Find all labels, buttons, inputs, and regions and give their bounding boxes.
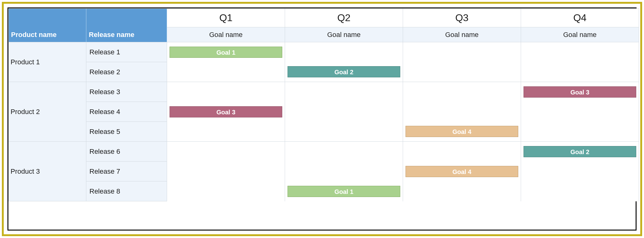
release-cell: Release 6 <box>86 142 167 162</box>
goal-cell-q3 <box>403 142 521 162</box>
inner-frame: Product name Release name Q1 Q2 Q3 Q4 Go… <box>7 7 637 231</box>
product-cell: Product 3 <box>9 142 86 201</box>
q2-subheader: Goal name <box>285 27 403 42</box>
q3-header: Q3 <box>403 9 521 27</box>
goal-cell-q2 <box>285 162 403 181</box>
goal-cell-q3 <box>403 42 521 62</box>
product-cell: Product 1 <box>9 42 86 82</box>
goal-cell-q1 <box>167 181 285 201</box>
table-row: Release 4 Goal 3 <box>9 102 639 122</box>
goal-cell-q4 <box>521 122 639 142</box>
goal-bar: Goal 3 <box>170 106 282 117</box>
q1-subheader: Goal name <box>167 27 285 42</box>
roadmap-body: Product 1 Release 1 Goal 1 Release 2 Goa… <box>9 42 639 201</box>
goal-bar: Goal 2 <box>524 146 636 157</box>
product-cell: Product 2 <box>9 82 86 142</box>
release-cell: Release 4 <box>86 102 167 122</box>
release-cell: Release 8 <box>86 181 167 201</box>
goal-cell-q2 <box>285 42 403 62</box>
goal-cell-q1: Goal 1 <box>167 42 285 62</box>
table-row: Product 3 Release 6 Goal 2 <box>9 142 639 162</box>
roadmap-table: Product name Release name Q1 Q2 Q3 Q4 Go… <box>8 8 639 201</box>
goal-cell-q3 <box>403 62 521 82</box>
q4-header: Q4 <box>521 9 639 27</box>
goal-cell-q3 <box>403 82 521 102</box>
goal-cell-q2: Goal 2 <box>285 62 403 82</box>
outer-frame: Product name Release name Q1 Q2 Q3 Q4 Go… <box>2 2 642 236</box>
goal-cell-q1: Goal 3 <box>167 102 285 122</box>
goal-cell-q4 <box>521 42 639 62</box>
q4-subheader: Goal name <box>521 27 639 42</box>
table-row: Product 1 Release 1 Goal 1 <box>9 42 639 62</box>
q1-header: Q1 <box>167 9 285 27</box>
goal-bar: Goal 1 <box>170 47 282 58</box>
goal-cell-q1 <box>167 82 285 102</box>
goal-cell-q2 <box>285 142 403 162</box>
goal-cell-q1 <box>167 62 285 82</box>
goal-cell-q2 <box>285 102 403 122</box>
goal-cell-q1 <box>167 122 285 142</box>
goal-bar: Goal 1 <box>288 186 400 197</box>
goal-cell-q1 <box>167 142 285 162</box>
goal-cell-q4 <box>521 162 639 181</box>
release-name-header: Release name <box>86 9 167 42</box>
goal-cell-q4 <box>521 181 639 201</box>
goal-bar: Goal 3 <box>524 86 636 98</box>
table-row: Release 5 Goal 4 <box>9 122 639 142</box>
goal-cell-q2 <box>285 122 403 142</box>
table-row: Release 8 Goal 1 <box>9 181 639 201</box>
goal-cell-q4 <box>521 102 639 122</box>
table-row: Product 2 Release 3 Goal 3 <box>9 82 639 102</box>
release-cell: Release 5 <box>86 122 167 142</box>
goal-cell-q3: Goal 4 <box>403 122 521 142</box>
goal-bar: Goal 2 <box>288 66 400 77</box>
goal-cell-q4: Goal 2 <box>521 142 639 162</box>
quarter-header-row: Product name Release name Q1 Q2 Q3 Q4 <box>9 9 639 27</box>
goal-cell-q2 <box>285 82 403 102</box>
goal-bar: Goal 4 <box>406 126 518 137</box>
goal-cell-q4: Goal 3 <box>521 82 639 102</box>
product-name-header: Product name <box>9 9 86 42</box>
goal-cell-q4 <box>521 62 639 82</box>
q2-header: Q2 <box>285 9 403 27</box>
goal-cell-q3 <box>403 181 521 201</box>
goal-cell-q2: Goal 1 <box>285 181 403 201</box>
q3-subheader: Goal name <box>403 27 521 42</box>
goal-bar: Goal 4 <box>406 166 518 177</box>
goal-cell-q3 <box>403 102 521 122</box>
release-cell: Release 1 <box>86 42 167 62</box>
release-cell: Release 7 <box>86 162 167 181</box>
table-row: Release 7 Goal 4 <box>9 162 639 181</box>
release-cell: Release 3 <box>86 82 167 102</box>
release-cell: Release 2 <box>86 62 167 82</box>
goal-cell-q3: Goal 4 <box>403 162 521 181</box>
goal-cell-q1 <box>167 162 285 181</box>
table-row: Release 2 Goal 2 <box>9 62 639 82</box>
